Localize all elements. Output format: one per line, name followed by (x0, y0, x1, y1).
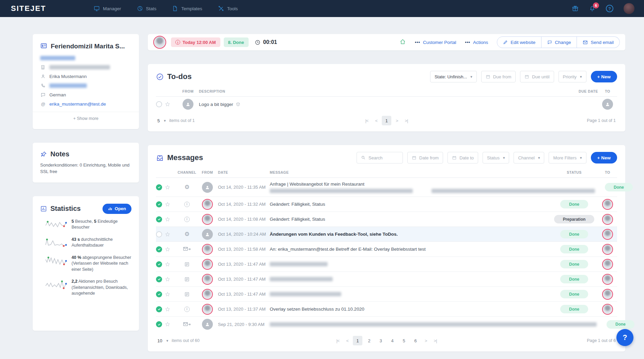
message-row[interactable]: i Oct 14, 2020 - 11:08 AM Geändert: Fäll… (156, 212, 617, 227)
prev-page-button[interactable]: < (373, 118, 380, 123)
avatar[interactable] (602, 214, 613, 225)
open-statistics-button[interactable]: Open (103, 204, 131, 214)
avatar[interactable] (202, 274, 213, 285)
message-row[interactable]: Oct 13, 2020 - 11:47 AM Done (156, 287, 617, 302)
avatar[interactable] (602, 99, 613, 110)
due-date-pill[interactable]: i Today 12:00 AM (171, 37, 220, 47)
next-page-button[interactable]: > (422, 338, 429, 343)
first-page-button[interactable]: |< (363, 118, 371, 123)
user-avatar[interactable] (624, 3, 634, 14)
nav-item-stats[interactable]: Stats (137, 5, 157, 12)
show-more-button[interactable]: + Show more (33, 112, 139, 125)
avatar[interactable] (202, 229, 213, 240)
avatar[interactable] (602, 304, 613, 315)
checkbox-checked[interactable] (156, 201, 162, 207)
message-row[interactable]: Sep 21, 2020 - 9:30 AM Done (156, 317, 617, 332)
page-number-1[interactable]: 1 (382, 116, 391, 125)
todo-due-from-filter[interactable]: Due from (481, 71, 516, 82)
messages-more-filters[interactable]: More Filters▾ (549, 152, 586, 163)
messages-search[interactable] (357, 152, 403, 163)
star-icon[interactable] (165, 217, 177, 222)
new-todo-button[interactable]: + New (591, 71, 617, 82)
star-icon[interactable] (165, 247, 177, 252)
support-chat-button[interactable]: ? (616, 329, 633, 346)
home-icon[interactable] (399, 38, 406, 46)
checkbox-checked[interactable] (156, 184, 162, 190)
change-button[interactable]: Change (541, 36, 577, 48)
star-icon[interactable] (165, 292, 177, 297)
chevron-down-icon[interactable]: ▾ (164, 119, 166, 123)
checkbox-checked[interactable] (156, 276, 162, 282)
first-page-button[interactable]: |< (334, 338, 342, 343)
checkbox-checked[interactable] (156, 261, 162, 267)
last-page-button[interactable]: >| (431, 338, 439, 343)
star-icon[interactable] (165, 322, 177, 327)
avatar[interactable] (202, 259, 213, 270)
checkbox-unchecked[interactable] (156, 231, 162, 237)
message-row[interactable]: i Oct 14, 2020 - 11:32 AM Geändert: Fäll… (156, 197, 617, 212)
star-icon[interactable] (165, 262, 177, 267)
search-input[interactable] (368, 155, 398, 160)
message-row[interactable]: i Oct 13, 2020 - 11:37 AM Overlay setzen… (156, 302, 617, 317)
nav-item-templates[interactable]: Templates (172, 5, 202, 12)
avatar[interactable] (202, 244, 213, 255)
contact-avatar[interactable] (153, 36, 166, 49)
new-message-button[interactable]: + New (591, 152, 617, 163)
nav-item-tools[interactable]: Tools (218, 5, 238, 12)
send-email-button[interactable]: Send email (577, 36, 620, 48)
messages-date-from-filter[interactable]: Date from (407, 152, 443, 163)
messages-channel-filter[interactable]: Channel▾ (514, 152, 544, 163)
message-row[interactable]: Oct 13, 2020 - 11:47 AM Done (156, 257, 617, 272)
avatar[interactable] (602, 229, 613, 240)
avatar[interactable] (602, 199, 613, 210)
page-number-1[interactable]: 1 (353, 336, 362, 345)
actions-link[interactable]: ••• Actions (465, 40, 488, 45)
message-row[interactable]: Oct 13, 2020 - 11:47 AM Done (156, 272, 617, 287)
avatar[interactable] (602, 274, 613, 285)
star-icon[interactable] (165, 202, 177, 207)
help-icon[interactable]: ? (606, 5, 613, 12)
todo-state-filter[interactable]: State: Unfinish...▾ (430, 71, 477, 82)
checkbox-checked[interactable] (156, 216, 162, 222)
messages-status-filter[interactable]: Status▾ (483, 152, 509, 163)
todo-priority-filter[interactable]: Priority▾ (559, 71, 586, 82)
customer-website[interactable] (40, 55, 131, 61)
avatar[interactable] (602, 289, 613, 300)
page-number-3[interactable]: 3 (376, 336, 386, 345)
nav-item-manager[interactable]: Manager (94, 5, 121, 12)
message-row[interactable]: ⚙ Oct 14, 2020 - 10:24 AM Änderungen vom… (156, 227, 617, 242)
checkbox-checked[interactable] (156, 246, 162, 252)
chevron-down-icon[interactable]: ▾ (166, 339, 168, 343)
customer-portal-link[interactable]: ••• Customer Portal (415, 40, 456, 45)
messages-page-size[interactable]: 10 (157, 338, 162, 343)
sitejet-logo[interactable]: SITEJET (11, 4, 46, 13)
checkbox-checked[interactable] (156, 321, 162, 327)
star-icon[interactable] (165, 185, 177, 190)
avatar[interactable] (183, 99, 193, 110)
message-row[interactable]: ⚙ Oct 14, 2020 - 11:35 AM Anfrage | Webs… (156, 178, 617, 197)
messages-date-to-filter[interactable]: Date to (447, 152, 478, 163)
avatar[interactable] (202, 182, 213, 193)
checkbox-checked[interactable] (156, 306, 162, 312)
page-number-5[interactable]: 5 (399, 336, 409, 345)
checkbox-checked[interactable] (156, 291, 162, 297)
gift-icon[interactable] (572, 5, 579, 12)
customer-email[interactable]: erika_mustermann@test.de (49, 102, 106, 107)
last-page-button[interactable]: >| (403, 118, 410, 123)
star-icon[interactable] (165, 277, 177, 282)
avatar[interactable] (602, 244, 613, 255)
edit-website-button[interactable]: Edit website (497, 36, 541, 48)
next-page-button[interactable]: > (393, 118, 400, 123)
star-icon[interactable] (165, 232, 177, 237)
star-icon[interactable] (165, 102, 177, 107)
checkbox-unchecked[interactable] (156, 101, 162, 107)
avatar[interactable] (202, 199, 213, 210)
avatar[interactable] (202, 319, 213, 330)
page-number-4[interactable]: 4 (388, 336, 397, 345)
todo-due-until-filter[interactable]: Due until (520, 71, 554, 82)
page-number-2[interactable]: 2 (364, 336, 374, 345)
page-number-6[interactable]: 6 (411, 336, 420, 345)
avatar[interactable] (202, 304, 213, 315)
avatar[interactable] (602, 259, 613, 270)
todos-page-size[interactable]: 5 (157, 118, 160, 123)
